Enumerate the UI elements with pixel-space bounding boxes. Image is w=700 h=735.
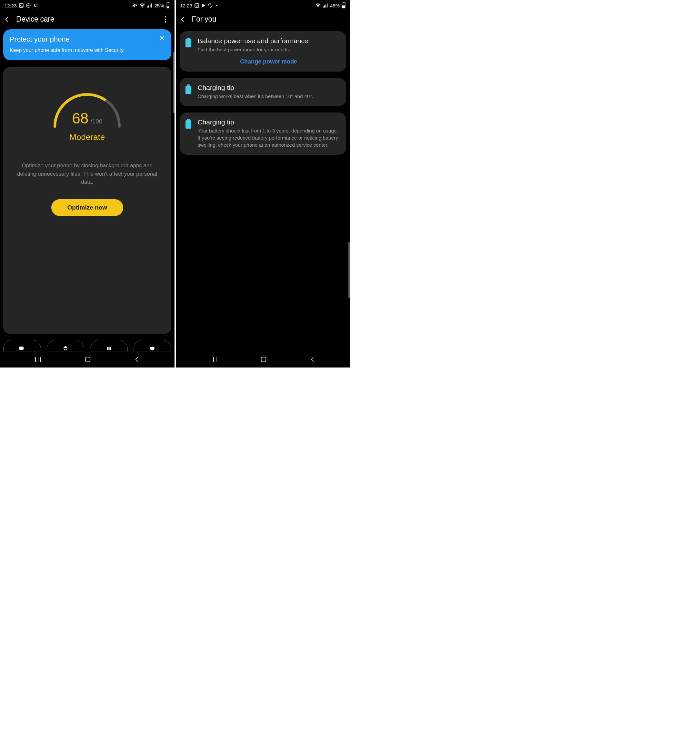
- tip-card-battery-life[interactable]: Charging tip Your battery should last fr…: [180, 113, 346, 155]
- play-icon: [201, 3, 206, 8]
- tip-card-power-mode[interactable]: Balance power use and performance Find t…: [180, 31, 346, 72]
- header: For you: [176, 10, 350, 29]
- battery-icon: [185, 39, 193, 49]
- page-title: For you: [192, 15, 344, 23]
- battery-icon: [185, 86, 193, 95]
- svg-rect-7: [150, 4, 150, 8]
- more-button[interactable]: [162, 16, 169, 23]
- back-button[interactable]: [4, 16, 10, 23]
- nav-home[interactable]: [260, 356, 267, 363]
- score-value: 68: [72, 110, 88, 127]
- battery-icon: [342, 3, 346, 8]
- page-title: Device care: [16, 15, 162, 23]
- tip-title: Charging tip: [198, 118, 340, 126]
- sync-icon: [208, 3, 213, 8]
- tip-desc: Your battery should last from 1 to 3 yea…: [198, 127, 340, 148]
- tip-title: Balance power use and performance: [198, 37, 340, 45]
- svg-rect-0: [19, 4, 23, 7]
- protect-title: Protect your phone: [10, 35, 165, 44]
- nav-recents[interactable]: [34, 356, 42, 362]
- tab-storage[interactable]: [47, 340, 85, 351]
- optimize-button[interactable]: Optimize now: [51, 199, 124, 216]
- nav-back[interactable]: [309, 356, 316, 363]
- nav-back[interactable]: [134, 356, 140, 363]
- score-label: Moderate: [69, 132, 105, 142]
- svg-rect-15: [110, 347, 111, 350]
- nav-recents[interactable]: [210, 356, 218, 362]
- scrollbar[interactable]: [349, 242, 350, 298]
- score-max: /100: [90, 118, 102, 125]
- svg-rect-25: [327, 4, 327, 8]
- optimize-desc: Optimize your phone by closing backgroun…: [10, 161, 165, 186]
- nav-bar: [0, 351, 175, 368]
- tip-desc: Charging works best when it's between 10…: [198, 93, 340, 100]
- nav-bar: [176, 351, 350, 368]
- close-icon[interactable]: [158, 34, 165, 42]
- svg-rect-14: [108, 347, 109, 350]
- tab-security[interactable]: [134, 340, 171, 351]
- device-care-screen: 12:23 U 25% Device care Protect your pho…: [0, 0, 175, 368]
- svg-rect-24: [325, 4, 326, 8]
- svg-rect-23: [324, 6, 325, 7]
- nav-home[interactable]: [84, 356, 91, 363]
- bottom-tabs: [0, 334, 175, 351]
- status-bar: 12:23 45%: [176, 0, 350, 10]
- svg-rect-29: [261, 357, 266, 362]
- image-icon: [19, 3, 24, 8]
- score-gauge: 68/100: [45, 80, 129, 130]
- signal-icon: [147, 3, 152, 8]
- back-button[interactable]: [180, 16, 186, 23]
- dnd-icon: [26, 3, 31, 8]
- tab-memory[interactable]: [90, 340, 128, 351]
- score-card: 68/100 Moderate Optimize your phone by c…: [3, 67, 171, 334]
- for-you-screen: 12:23 45% For you Balance power use an: [176, 0, 350, 368]
- dot-icon: [216, 5, 218, 6]
- svg-rect-5: [147, 6, 148, 7]
- status-time: 12:23: [180, 3, 193, 8]
- mute-icon: [132, 3, 137, 8]
- status-time: 12:23: [4, 3, 17, 8]
- svg-rect-20: [195, 4, 199, 7]
- battery-icon: [166, 3, 170, 8]
- battery-icon: [185, 120, 193, 130]
- tip-title: Charging tip: [198, 84, 340, 92]
- wifi-icon: [139, 3, 145, 8]
- tab-battery[interactable]: [3, 340, 41, 351]
- wifi-icon: [315, 3, 321, 8]
- tip-card-charging-temp[interactable]: Charging tip Charging works best when it…: [180, 78, 346, 106]
- signal-icon: [323, 3, 328, 8]
- battery-pct: 45%: [330, 3, 340, 8]
- tip-desc: Find the best power mode for your needs.: [198, 46, 340, 53]
- svg-marker-21: [202, 4, 206, 7]
- header: Device care: [0, 10, 175, 29]
- change-power-mode-link[interactable]: Change power mode: [198, 58, 340, 65]
- svg-rect-13: [107, 347, 108, 350]
- protect-desc: Keep your phone safe from malware with S…: [10, 47, 165, 54]
- battery-pct: 25%: [154, 3, 164, 8]
- status-bar: 12:23 U 25%: [0, 0, 175, 10]
- scrollbar[interactable]: [173, 51, 175, 113]
- u-icon: U: [33, 3, 38, 8]
- image-icon: [194, 3, 199, 8]
- svg-rect-22: [323, 6, 324, 7]
- svg-rect-11: [19, 346, 24, 350]
- svg-rect-19: [85, 357, 90, 362]
- svg-rect-6: [149, 6, 149, 7]
- svg-rect-8: [151, 4, 151, 8]
- protect-card[interactable]: Protect your phone Keep your phone safe …: [3, 29, 171, 60]
